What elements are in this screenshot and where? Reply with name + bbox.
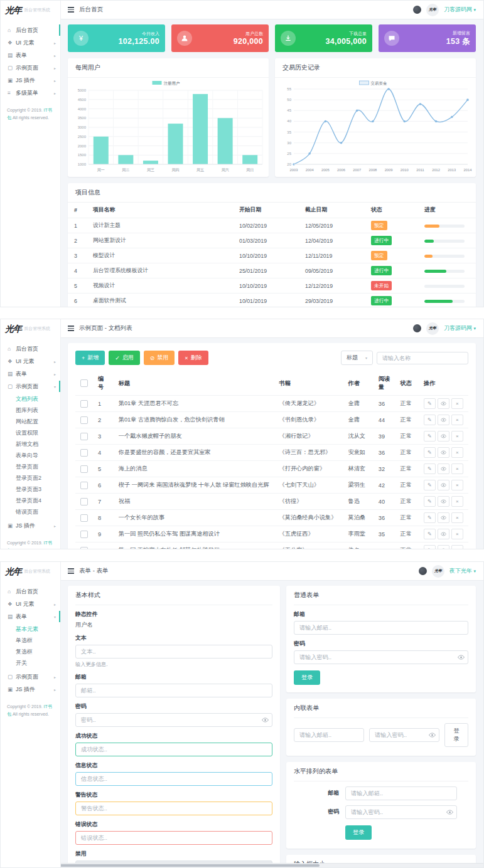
sidebar-item[interactable]: ▢示例页面▸ (1, 670, 60, 683)
edit-icon[interactable]: ✎ (424, 529, 436, 539)
delete-icon[interactable]: × (451, 463, 463, 474)
search-input[interactable] (377, 352, 468, 364)
row-checkbox[interactable] (80, 498, 88, 505)
text-field[interactable] (75, 713, 272, 727)
avatar[interactable]: 光年 (426, 322, 439, 335)
edit-icon[interactable]: ✎ (424, 545, 436, 549)
theme-icon[interactable] (419, 567, 427, 575)
新增-button[interactable]: +新增 (75, 351, 105, 365)
sidebar-subitem[interactable]: 登录页面2 (1, 472, 60, 484)
sidebar-subitem[interactable]: 图库列表 (1, 405, 60, 416)
row-checkbox[interactable] (80, 482, 88, 489)
sidebar-item[interactable]: ▢示例页面▾ (1, 380, 60, 393)
password-field[interactable] (294, 650, 468, 664)
text-field[interactable] (75, 743, 272, 756)
edit-icon[interactable]: ✎ (424, 415, 436, 425)
edit-icon[interactable]: ✎ (424, 512, 436, 523)
sidebar-subitem[interactable]: 登录页面4 (1, 495, 60, 506)
row-checkbox[interactable] (80, 400, 88, 408)
sidebar-item[interactable]: ▣JS 插件▸ (1, 683, 60, 696)
password-field[interactable] (345, 805, 457, 819)
menu-toggle-icon[interactable] (68, 326, 74, 331)
sidebar-item[interactable]: ⌂后台首页 (1, 585, 60, 598)
filter-field-select[interactable]: 标题▾ (341, 351, 373, 365)
view-icon[interactable] (438, 529, 449, 539)
login-button[interactable]: 登录 (294, 670, 320, 685)
view-icon[interactable] (438, 496, 449, 507)
user-menu[interactable]: 夜下光年 ▾ (449, 567, 476, 575)
sidebar-item[interactable]: ⌂后台首页 (1, 24, 60, 36)
sidebar-subitem[interactable]: 文档列表 (1, 393, 60, 405)
sidebar-item[interactable]: ▢示例页面▸ (1, 61, 60, 74)
sidebar-subitem[interactable]: 基本元素 (1, 623, 60, 635)
app-logo[interactable]: 光年 后台管理系统 (1, 319, 60, 339)
sidebar-item[interactable]: ≡多级菜单▸ (1, 87, 60, 99)
edit-icon[interactable]: ✎ (424, 463, 436, 474)
row-checkbox[interactable] (80, 416, 88, 424)
delete-icon[interactable]: × (451, 431, 463, 442)
delete-icon[interactable]: × (451, 545, 463, 549)
user-menu[interactable]: 刀客源码网 ▾ (444, 324, 476, 332)
theme-icon[interactable] (413, 324, 421, 332)
edit-icon[interactable]: ✎ (424, 431, 436, 442)
sidebar-item[interactable]: ▤表单▸ (1, 49, 60, 61)
row-checkbox[interactable] (80, 465, 88, 473)
edit-icon[interactable]: ✎ (424, 447, 436, 458)
avatar[interactable]: 光年 (426, 4, 439, 16)
email-field[interactable] (345, 786, 457, 800)
email-field[interactable] (294, 728, 364, 742)
view-icon[interactable] (438, 480, 449, 490)
sidebar-subitem[interactable]: 表单向导 (1, 450, 60, 461)
sidebar-subitem[interactable]: 设置权限 (1, 427, 60, 438)
delete-icon[interactable]: × (451, 512, 463, 523)
sidebar-item[interactable]: ▤表单▸ (1, 368, 60, 380)
edit-icon[interactable]: ✎ (424, 398, 436, 409)
delete-icon[interactable]: × (451, 398, 463, 409)
sidebar-item[interactable]: ▣JS 插件▸ (1, 74, 60, 87)
login-button[interactable]: 登录 (444, 723, 468, 747)
view-icon[interactable] (438, 463, 449, 474)
view-icon[interactable] (438, 398, 449, 409)
menu-toggle-icon[interactable] (68, 568, 74, 574)
sidebar-item[interactable]: ⌂后台首页 (1, 342, 60, 355)
eye-icon[interactable] (446, 810, 453, 815)
text-field[interactable] (75, 645, 272, 659)
scrollbar-thumb[interactable] (40, 864, 320, 867)
sidebar-subitem[interactable]: 复选框 (1, 646, 60, 657)
view-icon[interactable] (438, 431, 449, 442)
login-button[interactable]: 登录 (345, 825, 372, 840)
app-logo[interactable]: 光年 后台管理系统 (1, 562, 60, 581)
delete-icon[interactable]: × (451, 529, 463, 539)
edit-icon[interactable]: ✎ (424, 496, 436, 507)
row-checkbox[interactable] (80, 449, 88, 457)
sidebar-subitem[interactable]: 网站配置 (1, 416, 60, 427)
edit-icon[interactable]: ✎ (424, 480, 436, 490)
sidebar-subitem[interactable]: 登录页面3 (1, 484, 60, 495)
delete-icon[interactable]: × (451, 447, 463, 458)
sidebar-item[interactable]: ❖UI 元素▸ (1, 36, 60, 49)
启用-button[interactable]: ✓启用 (109, 351, 140, 365)
text-field[interactable] (75, 772, 272, 786)
avatar[interactable]: 光年 (432, 565, 444, 578)
select-all-checkbox[interactable] (80, 379, 88, 387)
horizontal-scrollbar[interactable] (1, 863, 483, 867)
view-icon[interactable] (438, 545, 449, 549)
sidebar-subitem[interactable]: 单选框 (1, 635, 60, 646)
row-checkbox[interactable] (80, 433, 88, 440)
sidebar-item[interactable]: ▣JS 插件▸ (1, 519, 60, 532)
sidebar-subitem[interactable]: 登录页面 (1, 461, 60, 472)
eye-icon[interactable] (262, 717, 269, 723)
sidebar-item[interactable]: ❖UI 元素▸ (1, 598, 60, 610)
email-field[interactable] (294, 621, 468, 635)
row-checkbox[interactable] (80, 547, 88, 550)
text-field[interactable] (75, 684, 272, 697)
view-icon[interactable] (438, 512, 449, 523)
sidebar-subitem[interactable]: 错误页面 (1, 506, 60, 517)
row-checkbox[interactable] (80, 531, 88, 538)
删除-button[interactable]: ×删除 (178, 351, 208, 365)
sidebar-item[interactable]: ❖UI 元素▸ (1, 355, 60, 368)
view-icon[interactable] (438, 447, 449, 458)
view-icon[interactable] (438, 415, 449, 425)
eye-icon[interactable] (429, 733, 436, 738)
menu-toggle-icon[interactable] (68, 7, 74, 13)
